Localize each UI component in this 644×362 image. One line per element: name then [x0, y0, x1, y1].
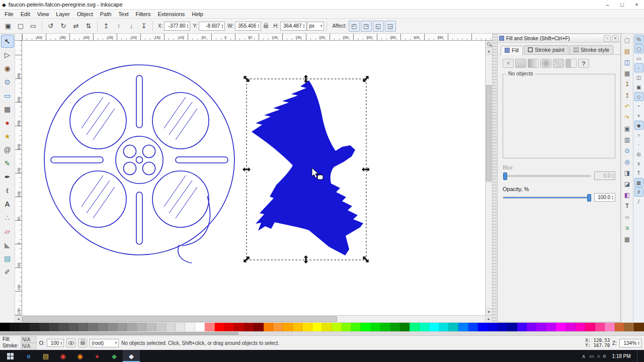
palette-swatch[interactable] — [605, 323, 614, 331]
palette-swatch[interactable] — [556, 323, 566, 331]
palette-swatch[interactable] — [458, 323, 468, 331]
layer-dropdown[interactable]: (root) ▾ — [90, 339, 119, 347]
paint-type-button[interactable]: × — [503, 59, 514, 68]
panel-tab[interactable]: Stroke style — [570, 45, 613, 54]
toolbar-zorder-icon[interactable]: ↓ — [125, 20, 137, 32]
tool-button[interactable]: ★ — [1, 130, 14, 143]
palette-swatch[interactable] — [88, 323, 98, 331]
menu-item[interactable]: View — [34, 11, 53, 18]
lock-ratio-icon[interactable] — [264, 25, 268, 28]
command-button[interactable]: ↷ — [622, 113, 632, 123]
palette-swatch[interactable] — [127, 323, 136, 331]
palette-swatch[interactable] — [527, 323, 536, 331]
opacity-slider-thumb[interactable] — [587, 194, 591, 202]
palette-swatch[interactable] — [78, 323, 88, 331]
horizontal-ruler[interactable]: -400-350-300-250-200-150-100-50050100150… — [22, 34, 492, 41]
tool-button[interactable]: ∴ — [1, 211, 14, 224]
command-button[interactable]: ↧ — [622, 79, 632, 89]
tray-expand-icon[interactable]: ∧ — [582, 353, 586, 359]
hscroll-track[interactable] — [22, 316, 485, 322]
toolbar-zorder-icon[interactable]: ↧ — [138, 20, 150, 32]
tool-button[interactable]: ⊙ — [1, 75, 14, 88]
snap-toggle-button[interactable]: % — [634, 35, 643, 44]
taskbar-clock[interactable]: 1:18 PM — [609, 353, 633, 359]
snap-toggle-button[interactable]: T — [634, 168, 643, 177]
panel-tab[interactable]: Fill — [501, 46, 523, 55]
toolbar-transform-icon[interactable]: ↻ — [57, 20, 69, 32]
paint-type-button[interactable] — [515, 59, 526, 68]
snap-toggle-button[interactable]: / — [634, 197, 643, 206]
taskbar-app-icon[interactable]: ◉ — [71, 350, 89, 362]
palette-swatch[interactable] — [10, 323, 19, 331]
taskbar-app-icon[interactable]: ◆ — [123, 350, 140, 362]
affect-toggle[interactable]: ◳ — [361, 21, 372, 32]
palette-swatch[interactable] — [585, 323, 595, 331]
menu-item[interactable]: Layer — [52, 11, 73, 18]
affect-toggle[interactable]: ◲ — [385, 21, 396, 32]
snap-toggle-button[interactable]: ▭ — [634, 54, 643, 63]
palette-swatch[interactable] — [39, 323, 49, 331]
toolbar-zorder-icon[interactable]: ↥ — [100, 20, 112, 32]
toolbar-select-icon[interactable]: ▭ — [27, 20, 39, 32]
taskbar-app-icon[interactable]: ▤ — [37, 350, 54, 362]
command-button[interactable]: ◨ — [622, 168, 632, 178]
command-button[interactable]: ▦ — [622, 68, 632, 78]
palette-swatch[interactable] — [156, 323, 166, 331]
palette-swatch[interactable] — [205, 323, 214, 331]
tool-button[interactable]: ◉ — [1, 62, 14, 75]
palette-swatch[interactable] — [507, 323, 517, 331]
palette-swatch[interactable] — [254, 323, 263, 331]
toolbar-transform-icon[interactable]: ⇅ — [83, 20, 95, 32]
toolbar-select-icon[interactable]: ▣ — [2, 20, 14, 32]
tray-icon[interactable]: ▭ — [589, 353, 594, 359]
panel-tab[interactable]: Stroke paint — [524, 45, 569, 54]
paint-type-button[interactable] — [553, 59, 564, 68]
palette-swatch[interactable] — [615, 323, 624, 331]
object-opacity-field[interactable]: 100 ▲▼ — [47, 339, 64, 347]
blur-slider-thumb[interactable] — [503, 172, 507, 180]
spinner-arrows-icon[interactable]: ▲▼ — [302, 24, 305, 28]
palette-swatch[interactable] — [595, 323, 605, 331]
palette-swatch[interactable] — [302, 323, 312, 331]
palette-swatch[interactable] — [624, 323, 634, 331]
command-button[interactable]: ▢ — [622, 35, 632, 45]
horizontal-scrollbar[interactable]: ◂ ▸ — [15, 315, 492, 322]
tool-button[interactable]: ✎ — [1, 157, 14, 170]
layer-visibility-button[interactable] — [66, 338, 75, 347]
command-button[interactable]: ▣ — [622, 124, 632, 134]
dock-resize-handle[interactable] — [492, 34, 497, 322]
paint-type-button[interactable]: ? — [578, 59, 589, 68]
palette-swatch[interactable] — [98, 323, 107, 331]
tool-button[interactable]: A — [1, 198, 14, 211]
coordinate-field[interactable]: -8.607 ▲▼ — [199, 22, 225, 31]
taskbar-app-icon[interactable]: ◉ — [54, 350, 71, 362]
spinner-arrows-icon[interactable]: ▲▼ — [611, 195, 614, 200]
panel-header[interactable]: Fill and Stroke (Shift+Ctrl+F) ▫ × — [498, 34, 620, 43]
palette-swatch[interactable] — [420, 323, 429, 331]
palette-swatch[interactable] — [136, 323, 146, 331]
command-button[interactable]: ↥ — [622, 90, 632, 101]
palette-swatch[interactable] — [449, 323, 458, 331]
palette-swatch[interactable] — [498, 323, 507, 331]
tool-button[interactable]: ◣ — [1, 238, 14, 251]
palette-swatch[interactable] — [20, 323, 29, 331]
close-button[interactable]: × — [629, 0, 644, 9]
palette-scrollbar[interactable] — [0, 331, 644, 335]
palette-swatch[interactable] — [224, 323, 234, 331]
snap-toggle-button[interactable]: ○ — [634, 130, 643, 139]
scroll-right-arrow[interactable]: ▸ — [485, 316, 492, 322]
command-button[interactable]: T — [622, 201, 632, 211]
palette-swatch[interactable] — [166, 323, 176, 331]
toolbar-transform-icon[interactable]: ↺ — [45, 20, 57, 32]
snap-toggle-button[interactable]: x — [634, 159, 643, 168]
scroll-up-arrow[interactable]: ▴ — [486, 48, 492, 55]
tool-button[interactable]: ▦ — [1, 103, 14, 116]
palette-swatch[interactable] — [49, 323, 58, 331]
spinner-arrows-icon[interactable]: ▲▼ — [611, 173, 614, 178]
palette-swatch[interactable] — [468, 323, 478, 331]
tool-button[interactable]: ▤ — [1, 252, 14, 265]
toolbar-transform-icon[interactable]: ⇄ — [70, 20, 82, 32]
palette-swatch[interactable] — [371, 323, 380, 331]
coordinate-field[interactable]: -377.80 ▲▼ — [164, 22, 190, 31]
snap-toggle-button[interactable]: ◇ — [634, 92, 643, 101]
